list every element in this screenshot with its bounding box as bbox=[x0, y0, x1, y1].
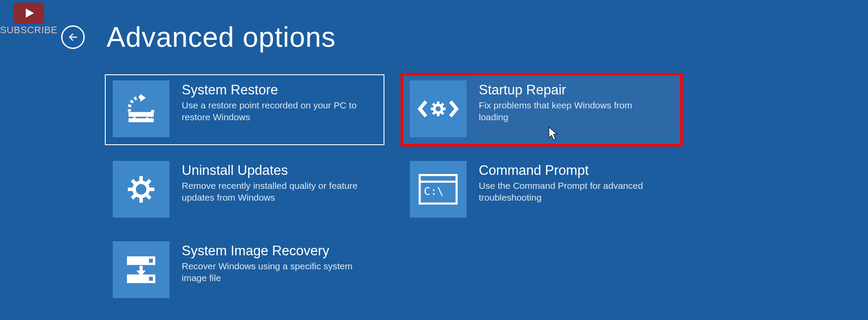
option-title: System Restore bbox=[182, 82, 365, 98]
svg-text:C:\: C:\ bbox=[424, 185, 443, 198]
header: Advanced options bbox=[61, 21, 336, 53]
svg-rect-2 bbox=[128, 112, 154, 117]
svg-rect-29 bbox=[149, 259, 153, 263]
svg-line-21 bbox=[132, 195, 135, 198]
option-desc: Fix problems that keep Windows from load… bbox=[479, 100, 662, 123]
subscribe-watermark: SUBSCRIBE bbox=[0, 0, 58, 36]
system-image-recovery-icon bbox=[113, 241, 169, 298]
svg-marker-0 bbox=[26, 9, 34, 18]
option-uninstall-updates[interactable]: Uninstall Updates Remove recently instal… bbox=[105, 155, 384, 226]
uninstall-updates-icon bbox=[113, 161, 169, 218]
svg-rect-30 bbox=[149, 277, 153, 281]
svg-marker-31 bbox=[549, 127, 557, 140]
svg-line-19 bbox=[147, 195, 150, 198]
svg-line-18 bbox=[132, 180, 135, 184]
svg-rect-3 bbox=[128, 118, 154, 122]
option-title: System Image Recovery bbox=[182, 243, 365, 259]
svg-line-9 bbox=[433, 104, 435, 105]
system-restore-icon bbox=[113, 80, 169, 137]
back-button[interactable] bbox=[61, 25, 85, 49]
option-command-prompt[interactable]: C:\ Command Prompt Use the Command Promp… bbox=[402, 155, 681, 226]
option-title: Command Prompt bbox=[479, 163, 662, 178]
options-grid: System Restore Use a restore point recor… bbox=[105, 74, 681, 306]
arrow-left-icon bbox=[67, 31, 79, 43]
subscribe-label: SUBSCRIBE bbox=[0, 24, 58, 36]
command-prompt-icon: C:\ bbox=[410, 161, 467, 218]
svg-point-13 bbox=[134, 182, 148, 196]
option-system-restore[interactable]: System Restore Use a restore point recor… bbox=[105, 74, 384, 145]
option-title: Startup Repair bbox=[479, 82, 662, 98]
mouse-cursor-icon bbox=[548, 127, 559, 143]
startup-repair-icon bbox=[410, 80, 467, 137]
option-desc: Use a restore point recorded on your PC … bbox=[182, 100, 365, 123]
youtube-play-icon bbox=[14, 3, 44, 24]
option-desc: Recover Windows using a specific system … bbox=[182, 261, 365, 284]
svg-marker-1 bbox=[140, 94, 146, 102]
svg-line-12 bbox=[433, 112, 435, 114]
svg-point-4 bbox=[434, 105, 442, 113]
page-title: Advanced options bbox=[107, 21, 336, 53]
svg-line-11 bbox=[442, 104, 443, 105]
option-system-image-recovery[interactable]: System Image Recovery Recover Windows us… bbox=[105, 235, 384, 306]
svg-line-20 bbox=[147, 180, 150, 184]
option-desc: Use the Command Prompt for advanced trou… bbox=[479, 180, 662, 204]
option-desc: Remove recently installed quality or fea… bbox=[182, 180, 365, 204]
option-title: Uninstall Updates bbox=[182, 163, 365, 178]
svg-line-10 bbox=[442, 112, 443, 114]
option-startup-repair[interactable]: Startup Repair Fix problems that keep Wi… bbox=[402, 74, 681, 145]
